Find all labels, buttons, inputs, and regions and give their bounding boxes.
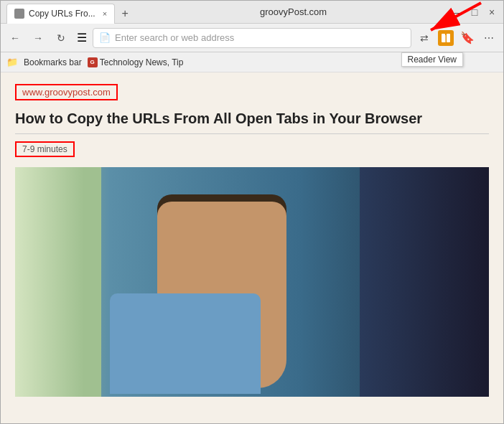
bookmarks-bar-label: Bookmarks bar [24, 57, 82, 67]
reader-view-icon [438, 30, 454, 46]
pocket-icon: 🔖 [460, 31, 475, 44]
menu-button[interactable]: ⋯ [479, 28, 499, 48]
new-tab-button[interactable]: + [115, 4, 135, 24]
article-title: How to Copy the URLs From All Open Tabs … [15, 109, 489, 134]
page-icon: 📄 [99, 32, 111, 43]
forward-icon: → [33, 32, 43, 44]
toolbar-actions: ⇄ [414, 28, 499, 48]
maximize-button[interactable]: □ [469, 6, 480, 18]
article-image [15, 167, 489, 397]
pocket-button[interactable]: 🔖 [457, 28, 477, 48]
window-controls: — □ × [452, 6, 498, 18]
menu-icon: ⋯ [484, 32, 494, 44]
minimize-button[interactable]: — [452, 6, 463, 18]
tab-title: Copy URLs Fro... [29, 9, 95, 19]
svg-rect-0 [442, 34, 445, 42]
sidebar-toggle[interactable]: ☰ [74, 30, 90, 46]
refresh-icon: ↻ [57, 32, 65, 44]
tab-favicon [14, 9, 24, 19]
close-button[interactable]: × [486, 6, 498, 18]
bookmark-label: Technology News, Tip [100, 57, 184, 67]
address-bar[interactable]: 📄 Enter search or web address [93, 28, 411, 48]
sync-icon: ⇄ [420, 32, 429, 44]
bg-left [15, 167, 101, 397]
bookmark-favicon: G [88, 57, 98, 67]
reader-view-button[interactable]: Reader View [436, 28, 456, 48]
refresh-button[interactable]: ↻ [51, 28, 71, 48]
read-time-badge: 7-9 minutes [15, 141, 75, 157]
back-button[interactable]: ← [5, 28, 25, 48]
reader-view-tooltip: Reader View [401, 52, 463, 67]
sync-button[interactable]: ⇄ [414, 28, 434, 48]
browser-window: Copy URLs Fro... × + groovyPost.com — □ … [0, 0, 504, 424]
forward-button[interactable]: → [28, 28, 48, 48]
active-tab[interactable]: Copy URLs Fro... × [6, 4, 115, 24]
back-icon: ← [10, 32, 20, 44]
address-text: Enter search or web address [115, 32, 405, 43]
tab-bar: Copy URLs Fro... × + [6, 1, 135, 24]
svg-rect-1 [447, 34, 450, 42]
bookmark-item[interactable]: G Technology News, Tip [88, 57, 184, 67]
page-content: www.groovypost.com How to Copy the URLs … [1, 72, 503, 423]
bg-right [360, 167, 489, 397]
window-title: groovyPost.com [135, 6, 452, 17]
toolbar: ← → ↻ ☰ 📄 Enter search or web address ⇄ [1, 24, 503, 52]
person-shirt [110, 293, 261, 394]
sidebar-icon: ☰ [77, 31, 87, 44]
title-bar: Copy URLs Fro... × + groovyPost.com — □ … [1, 1, 503, 24]
tab-close-button[interactable]: × [103, 9, 107, 18]
bookmarks-folder-icon: 📁 [6, 57, 18, 67]
site-url-badge[interactable]: www.groovypost.com [15, 84, 118, 100]
